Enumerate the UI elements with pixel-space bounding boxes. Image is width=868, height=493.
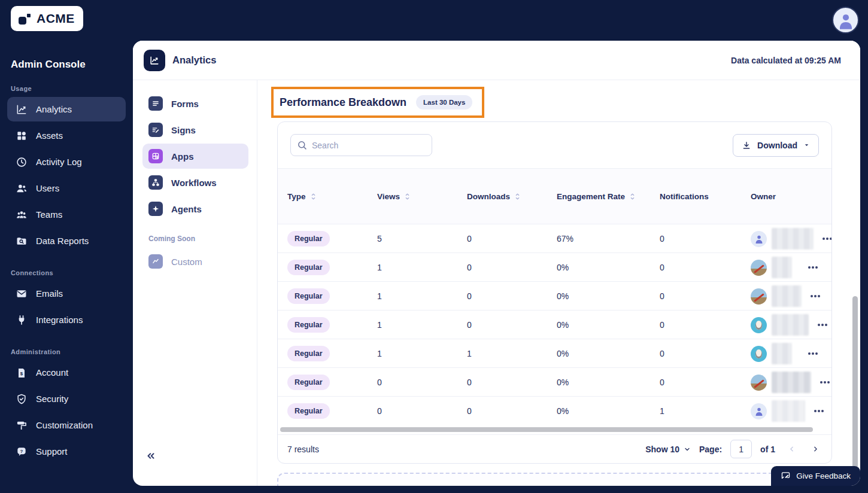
subnav-item-agents[interactable]: Agents — [142, 196, 248, 221]
show-per-page-select[interactable]: Show 10 — [645, 445, 691, 454]
row-actions-button[interactable] — [810, 402, 828, 420]
subnav-item-label: Workflows — [171, 178, 217, 188]
table-row: Regular 5 0 67% 0 — [278, 224, 831, 253]
sidebar-item-label: Analytics — [36, 104, 72, 114]
column-header-downloads[interactable]: Downloads — [467, 192, 557, 201]
workflows-icon — [148, 175, 163, 190]
period-badge: Last 30 Days — [416, 95, 472, 109]
download-icon — [742, 141, 751, 150]
views-value: 1 — [377, 349, 467, 358]
subnav-item-forms[interactable]: Forms — [142, 91, 248, 116]
row-actions-button[interactable] — [818, 230, 832, 248]
sidebar-item-security[interactable]: Security — [7, 387, 126, 411]
search-box[interactable] — [290, 134, 432, 156]
type-badge: Regular — [287, 346, 330, 361]
column-header-type[interactable]: Type — [287, 192, 377, 201]
billing-doc-icon: $ — [16, 367, 28, 379]
subnav-item-label: Custom — [171, 257, 202, 267]
sidebar-item-users[interactable]: Users — [7, 176, 126, 200]
collapse-sidebar-button[interactable] — [145, 449, 162, 463]
email-icon — [16, 288, 28, 300]
views-value: 5 — [377, 234, 467, 244]
column-header-views[interactable]: Views — [377, 192, 467, 201]
sidebar-item-customization[interactable]: Customization — [7, 413, 126, 437]
owner-name-redacted — [772, 372, 811, 393]
download-button[interactable]: Download — [733, 134, 819, 157]
acme-logo-text: ACME — [37, 11, 75, 26]
plug-icon — [16, 314, 28, 326]
sidebar-item-support[interactable]: ? Support — [7, 439, 126, 464]
page-number-input[interactable] — [730, 440, 752, 458]
sidebar-item-activity-log[interactable]: Activity Log — [7, 150, 126, 174]
views-value: 0 — [377, 406, 467, 416]
downloads-value: 0 — [467, 263, 557, 272]
sort-icon — [403, 192, 411, 201]
page: ACME Admin Console Usage Analytics Asset… — [0, 0, 868, 493]
type-badge: Regular — [287, 288, 330, 304]
page-title: Analytics — [172, 54, 216, 66]
sidebar-item-integrations[interactable]: Integrations — [7, 308, 126, 332]
acme-logo[interactable]: ACME — [11, 6, 83, 31]
vertical-scrollbar[interactable] — [852, 296, 858, 468]
row-actions-button[interactable] — [804, 258, 822, 276]
engagement-value: 0% — [557, 263, 660, 272]
sidebar-item-label: Integrations — [36, 315, 83, 325]
sidebar-item-analytics[interactable]: Analytics — [7, 97, 126, 121]
content-panel: Analytics Data calculated at 09:25 AM Fo… — [133, 41, 860, 486]
activity-log-icon — [16, 156, 28, 168]
ellipsis-icon — [821, 324, 824, 326]
person-icon — [754, 406, 764, 416]
page-total-label: of 1 — [760, 445, 775, 454]
table-row: Regular 1 0 0% 0 — [278, 253, 831, 282]
subnav-item-custom[interactable]: Custom — [142, 249, 248, 274]
sidebar-item-data-reports[interactable]: Data Reports — [7, 229, 126, 253]
teams-icon — [16, 209, 28, 221]
sort-icon — [629, 192, 636, 201]
sidebar-item-account[interactable]: $ Account — [7, 360, 126, 385]
highlight-annotation-box: Performance Breakdown Last 30 Days — [271, 87, 484, 118]
give-feedback-button[interactable]: Give Feedback — [771, 466, 860, 486]
owner-name-redacted — [772, 400, 805, 422]
sidebar-item-teams[interactable]: Teams — [7, 202, 126, 227]
ellipsis-icon — [818, 410, 820, 412]
table-row: Regular 0 0 0% 0 — [278, 368, 831, 397]
row-actions-button[interactable] — [804, 345, 822, 363]
subnav-item-workflows[interactable]: Workflows — [142, 170, 248, 195]
user-avatar[interactable] — [832, 7, 859, 34]
owner-avatar — [751, 231, 767, 247]
column-header-engagement-rate[interactable]: Engagement Rate — [557, 192, 660, 201]
main-content: Performance Breakdown Last 30 Days — [257, 80, 860, 486]
search-input[interactable] — [312, 141, 414, 150]
users-icon — [16, 182, 28, 194]
notifications-value: 0 — [660, 378, 751, 387]
owner-avatar — [751, 375, 767, 391]
row-actions-button[interactable] — [806, 287, 824, 305]
owner-avatar — [751, 317, 767, 333]
type-badge: Regular — [287, 260, 330, 275]
downloads-value: 0 — [467, 406, 557, 416]
next-page-button[interactable] — [808, 442, 823, 457]
analytics-header-icon — [144, 50, 165, 71]
table-toolbar: Download — [278, 122, 831, 168]
subnav-item-signs[interactable]: Signs — [142, 117, 248, 142]
feedback-icon — [781, 471, 791, 481]
chevron-left-icon — [788, 445, 796, 453]
subnav-item-apps[interactable]: Apps — [142, 144, 248, 169]
sort-icon — [514, 192, 521, 201]
row-actions-button[interactable] — [814, 316, 831, 334]
previous-page-button[interactable] — [784, 442, 799, 457]
row-actions-button[interactable] — [816, 373, 832, 391]
give-feedback-label: Give Feedback — [796, 471, 851, 480]
panel-header: Analytics Data calculated at 09:25 AM — [133, 41, 860, 80]
downloads-value: 0 — [467, 378, 557, 387]
owner-avatar — [751, 260, 767, 276]
sidebar-item-label: Customization — [36, 420, 93, 430]
sidebar-item-assets[interactable]: Assets — [7, 123, 126, 148]
forms-icon — [148, 96, 163, 111]
sidebar-item-label: Activity Log — [36, 157, 82, 167]
column-header-notifications: Notifications — [660, 192, 751, 201]
apps-icon — [148, 149, 163, 163]
horizontal-scrollbar[interactable] — [280, 427, 813, 432]
sidebar-item-emails[interactable]: Emails — [7, 281, 126, 306]
table-footer: 7 results Show 10 Page: of 1 — [278, 434, 831, 463]
